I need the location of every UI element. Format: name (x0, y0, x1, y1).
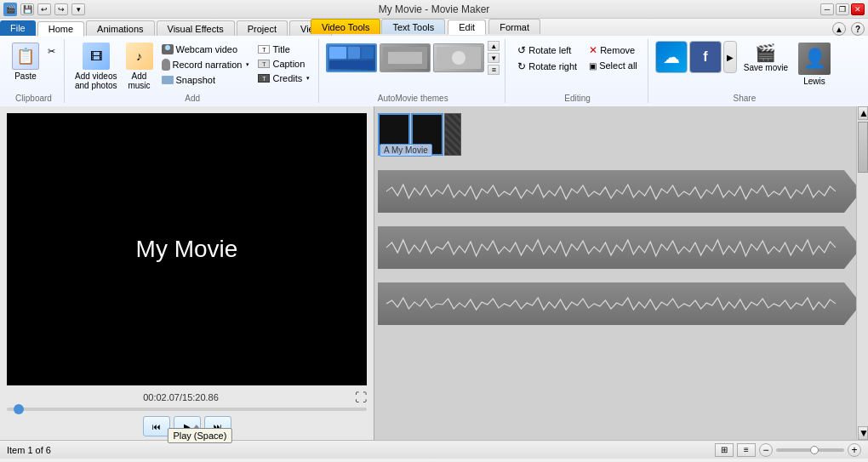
tab-format[interactable]: Format (488, 19, 540, 34)
scrollbar-thumb[interactable] (858, 122, 868, 173)
quick-save-button[interactable]: 💾 (20, 3, 34, 15)
add-music-button[interactable]: ♪ Add music (123, 41, 157, 92)
ribbon-tabs-bar: File Home Animations Visual Effects Proj… (0, 19, 868, 36)
record-dropdown-arrow: ▾ (246, 61, 249, 68)
scrubber-row (0, 406, 374, 413)
save-movie-button[interactable]: 🎬 Save movie (739, 41, 793, 74)
ribbon-group-share: ☁ f ▶ 🎬 Save movie 👤 Lewis Share (650, 39, 839, 103)
themes-container: ▲ ▼ ≡ (326, 41, 500, 75)
webcam-video-button[interactable]: Webcam video (158, 43, 254, 56)
tab-video-tools[interactable]: Video Tools (311, 19, 380, 34)
theme-scroll-down[interactable]: ▼ (488, 53, 500, 63)
preview-time: 00:02.07/15:20.86 (143, 392, 219, 402)
zoom-in-button[interactable]: + (848, 443, 861, 457)
quick-undo-button[interactable]: ↩ (37, 3, 51, 15)
save-movie-icon: 🎬 (755, 43, 776, 63)
minimize-button[interactable]: ─ (820, 3, 834, 15)
remove-button[interactable]: ✕ Remove (584, 43, 642, 58)
audio-waveform-3[interactable] (378, 226, 861, 269)
timeline-title-label[interactable]: A My Movie (380, 144, 432, 157)
minimize-ribbon-button[interactable]: ▲ (832, 22, 846, 36)
scrollbar-up-button[interactable]: ▲ (858, 106, 868, 120)
credits-dropdown-arrow: ▾ (306, 75, 310, 82)
caption-button[interactable]: T Caption (254, 57, 313, 71)
tab-file[interactable]: File (0, 20, 36, 36)
scrubber-track[interactable] (7, 408, 367, 411)
credits-button[interactable]: T Credits ▾ (254, 71, 313, 85)
facebook-button[interactable]: f (689, 41, 722, 73)
onedrive-icon: ☁ (663, 47, 680, 67)
video-clip-3[interactable] (444, 113, 461, 156)
facebook-icon: f (703, 49, 707, 65)
editing-buttons-2: ✕ Remove ▣ Select all (584, 41, 642, 72)
title-button[interactable]: T Title (254, 43, 313, 56)
preview-time-row: 00:02.07/15:20.86 ⛶ (0, 389, 374, 406)
ribbon-group-add: 🎞 Add videos and photos ♪ Add music Webc… (66, 39, 319, 103)
timeline-scrollbar[interactable]: ▲ ▼ (856, 106, 868, 440)
share-more-button[interactable]: ▶ (723, 41, 737, 73)
scrollbar-down-button[interactable]: ▼ (858, 426, 868, 440)
ribbon-group-automovie: ▲ ▼ ≡ AutoMovie themes (321, 39, 505, 103)
ribbon-right-controls: ▲ ? (831, 20, 866, 37)
theme-items-row (326, 43, 484, 72)
preview-video: My Movie (7, 113, 367, 385)
svg-rect-3 (329, 60, 374, 69)
transport-controls: ⏮ ▶ ⏭ Play (Space) (0, 413, 374, 440)
svg-rect-0 (329, 47, 346, 59)
timeline-button[interactable]: ≡ (737, 443, 756, 457)
clipboard-content: 📋 Paste ✂ (9, 39, 59, 92)
automovie-content: ▲ ▼ ≡ (326, 39, 500, 92)
text-small-group: T Title T Caption T Credits ▾ (254, 41, 313, 85)
status-right: ⊞ ≡ − + (715, 443, 861, 457)
record-narration-button[interactable]: Record narration ▾ (158, 57, 254, 72)
add-content: 🎞 Add videos and photos ♪ Add music Webc… (71, 39, 313, 92)
add-videos-button[interactable]: 🎞 Add videos and photos (71, 41, 121, 92)
theme-scroll-more[interactable]: ≡ (488, 65, 500, 75)
timeline-track-audio-1 (378, 170, 861, 213)
ribbon: 📋 Paste ✂ Clipboard 🎞 Add videos and pho… (0, 36, 868, 106)
tab-text-tools[interactable]: Text Tools (381, 19, 445, 34)
onedrive-button[interactable]: ☁ (655, 41, 688, 73)
tab-project[interactable]: Project (237, 20, 288, 36)
snapshot-button[interactable]: Snapshot (158, 73, 254, 87)
rotate-right-button[interactable]: ↻ Rotate right (512, 59, 582, 74)
customize-button[interactable]: ▾ (71, 3, 85, 15)
editing-buttons: ↺ Rotate left ↻ Rotate right (512, 41, 582, 74)
app-icon: 🎬 (3, 3, 17, 16)
restore-button[interactable]: ❐ (836, 3, 849, 15)
zoom-out-button[interactable]: − (759, 443, 773, 457)
preview-panel: My Movie 00:02.07/15:20.86 ⛶ ⏮ ▶ ⏭ Play (0, 106, 374, 440)
theme-3[interactable] (433, 43, 484, 72)
add-videos-icon: 🎞 (83, 43, 110, 70)
paste-button[interactable]: 📋 Paste (9, 41, 43, 83)
item-info: Item 1 of 6 (7, 445, 51, 455)
fullscreen-button[interactable]: ⛶ (355, 391, 367, 404)
theme-scroll-up[interactable]: ▲ (488, 41, 500, 51)
cut-button[interactable]: ✂ (44, 44, 59, 59)
tab-edit[interactable]: Edit (448, 20, 486, 35)
zoom-thumb[interactable] (810, 446, 819, 454)
theme-list (326, 43, 484, 72)
user-profile-button[interactable]: 👤 Lewis (795, 41, 834, 88)
tool-tabs: Video Tools Text Tools Edit Format (311, 19, 542, 34)
theme-1[interactable] (326, 43, 377, 72)
add-small-group: Webcam video Record narration ▾ Snapshot (158, 41, 254, 87)
tab-visual-effects[interactable]: Visual Effects (157, 20, 235, 36)
credits-icon: T (258, 74, 270, 83)
prev-frame-button[interactable]: ⏮ (143, 416, 170, 436)
audio-waveform-4[interactable] (378, 282, 861, 325)
zoom-slider[interactable] (776, 448, 844, 452)
theme-2[interactable] (380, 43, 431, 72)
help-button[interactable]: ? (851, 22, 865, 36)
timeline-scroll[interactable]: A My Movie (374, 106, 868, 440)
close-button[interactable]: ✕ (851, 3, 865, 15)
select-all-button[interactable]: ▣ Select all (584, 59, 642, 72)
audio-waveform-2[interactable] (378, 170, 861, 213)
tab-animations[interactable]: Animations (86, 20, 154, 36)
quick-redo-button[interactable]: ↪ (54, 3, 68, 15)
tab-home[interactable]: Home (37, 21, 84, 37)
ribbon-group-clipboard: 📋 Paste ✂ Clipboard (3, 39, 65, 103)
window-title: My Movie - Movie Maker (379, 3, 490, 15)
storyboard-button[interactable]: ⊞ (715, 443, 734, 457)
rotate-left-button[interactable]: ↺ Rotate left (512, 43, 582, 58)
